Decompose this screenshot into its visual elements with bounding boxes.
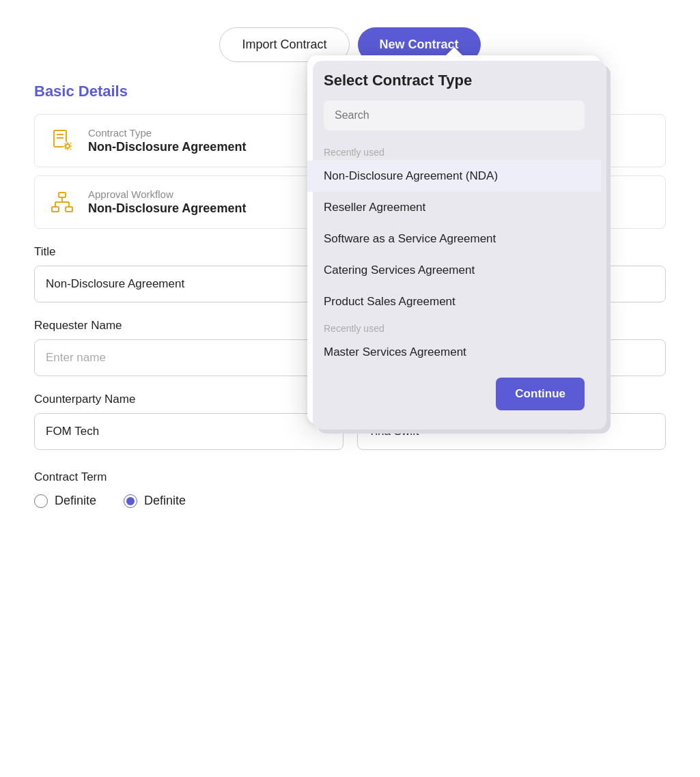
contract-type-label: Contract Type (88, 127, 246, 139)
main-content: Basic Details Contract Type Non-Disclosu… (0, 83, 700, 508)
radio-indefinite[interactable]: Definite (34, 494, 96, 508)
requester-name-input[interactable] (34, 339, 344, 376)
recently-used-label-2: Recently used (307, 317, 601, 337)
contract-type-value: Non-Disclosure Agreement (88, 140, 246, 154)
contract-type-dropdown: Select Contract Type Recently used Non-D… (307, 55, 601, 424)
dropdown-item-reseller[interactable]: Reseller Agreement (307, 192, 601, 223)
counterparty-name-section: Counterparty Name (34, 393, 344, 450)
recently-used-label-1: Recently used (307, 141, 601, 160)
approval-workflow-content: Approval Workflow Non-Disclosure Agreeme… (88, 188, 246, 216)
radio-indefinite-label: Definite (55, 494, 96, 508)
dropdown-item-msa[interactable]: Master Services Agreement (307, 337, 601, 368)
requester-name-section: Requester Name (34, 319, 344, 376)
svg-rect-7 (66, 207, 72, 212)
dropdown-item-saas[interactable]: Software as a Service Agreement (307, 223, 601, 255)
contract-term-section: Contract Term Definite Definite (34, 470, 666, 508)
approval-workflow-label: Approval Workflow (88, 188, 246, 200)
radio-definite-input[interactable] (124, 494, 137, 508)
dropdown-caret (446, 47, 462, 55)
counterparty-name-input[interactable] (34, 413, 344, 450)
radio-indefinite-input[interactable] (34, 494, 48, 508)
contract-type-icon (48, 127, 76, 154)
dropdown-item-catering[interactable]: Catering Services Agreement (307, 255, 601, 286)
radio-group: Definite Definite (34, 494, 666, 508)
svg-rect-6 (52, 207, 59, 212)
approval-workflow-icon (48, 188, 76, 216)
counterparty-name-label: Counterparty Name (34, 393, 344, 406)
requester-name-label: Requester Name (34, 319, 344, 333)
radio-definite-label: Definite (144, 494, 186, 508)
dropdown-item-nda[interactable]: Non-Disclosure Agreement (NDA) (307, 160, 601, 192)
dropdown-footer: Continue (307, 368, 601, 410)
dropdown-search-input[interactable] (324, 100, 585, 130)
radio-definite[interactable]: Definite (124, 494, 186, 508)
dropdown-title: Select Contract Type (307, 72, 601, 100)
contract-type-content: Contract Type Non-Disclosure Agreement (88, 127, 246, 154)
svg-rect-5 (59, 193, 66, 197)
dropdown-item-product[interactable]: Product Sales Agreement (307, 286, 601, 317)
contract-term-label: Contract Term (34, 470, 666, 484)
continue-button[interactable]: Continue (496, 378, 585, 410)
approval-workflow-value: Non-Disclosure Agreement (88, 201, 246, 216)
